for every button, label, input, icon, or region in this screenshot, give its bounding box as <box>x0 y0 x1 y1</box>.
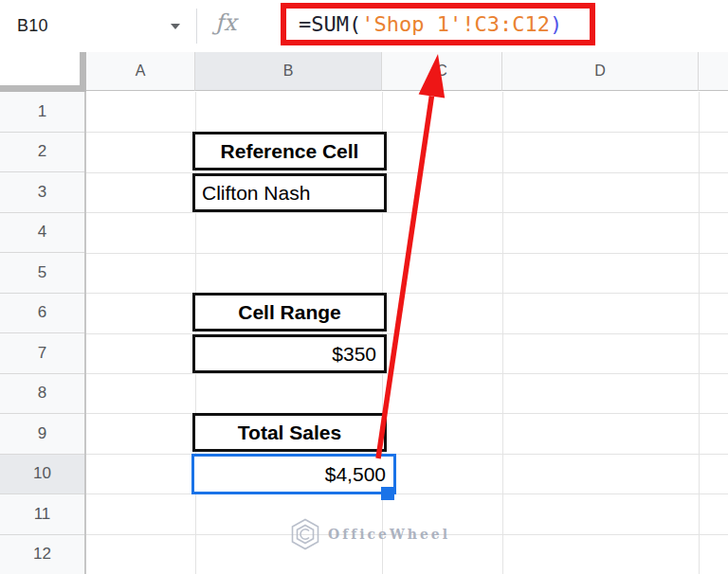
formula-function: =SUM( <box>299 12 361 36</box>
row-header-label: 12 <box>33 545 51 564</box>
row-header-label: 1 <box>38 102 46 121</box>
row-header-2[interactable]: 2 <box>0 133 84 173</box>
gridline <box>86 373 728 374</box>
gridline <box>86 454 728 455</box>
formula-toolbar: B10 ƒx =SUM('Shop 1'!C3:C12) <box>0 0 728 53</box>
fx-icon: ƒx <box>215 9 236 36</box>
cell-b3-reference-cell-value[interactable]: Clifton Nash <box>192 173 387 212</box>
cell-b10-selected[interactable]: $4,500 <box>191 454 396 494</box>
gridline <box>86 132 728 133</box>
row-header-4[interactable]: 4 <box>0 213 84 254</box>
row-header-label: 9 <box>38 424 46 443</box>
formula-close-paren: ) <box>550 12 562 36</box>
cell-value: $350 <box>332 343 376 366</box>
watermark: OfficeWheel <box>290 518 450 550</box>
watermark-text: OfficeWheel <box>328 527 450 542</box>
formula-range-reference: 'Shop 1'!C3:C12 <box>361 12 550 36</box>
cell-b9-total-sales-header[interactable]: Total Sales <box>192 413 387 452</box>
cell-b7-cell-range-value[interactable]: $350 <box>192 334 387 373</box>
row-header-12[interactable]: 12 <box>0 535 84 574</box>
column-header-c[interactable]: C <box>382 52 502 91</box>
gridline <box>86 333 728 334</box>
row-header-10[interactable]: 10 <box>0 455 84 495</box>
name-box-value: B10 <box>17 16 48 36</box>
officewheel-logo-icon <box>290 518 320 550</box>
row-header-1[interactable]: 1 <box>0 92 84 133</box>
row-header-label: 2 <box>38 142 46 161</box>
name-box[interactable]: B10 <box>0 0 195 51</box>
column-header-d[interactable]: D <box>502 52 699 91</box>
column-header-e-partial[interactable] <box>699 52 728 91</box>
row-header-label: 8 <box>38 384 46 403</box>
row-header-9[interactable]: 9 <box>0 414 84 455</box>
select-all-corner[interactable] <box>0 52 86 92</box>
cell-b2-reference-cell-header[interactable]: Reference Cell <box>192 132 387 170</box>
cell-value: Clifton Nash <box>202 182 310 205</box>
row-header-label: 7 <box>38 344 46 363</box>
chevron-down-icon[interactable] <box>171 24 180 29</box>
cell-value: $4,500 <box>325 463 386 486</box>
cell-value: Cell Range <box>238 301 341 324</box>
column-header-a[interactable]: A <box>86 52 195 91</box>
row-header-label: 3 <box>38 183 46 202</box>
column-header-label: B <box>283 63 294 80</box>
column-header-label: C <box>436 63 447 80</box>
formula-input[interactable]: =SUM('Shop 1'!C3:C12) <box>299 12 562 36</box>
gridline <box>86 413 728 414</box>
row-header-label: 11 <box>34 505 51 524</box>
gridline <box>86 493 728 494</box>
column-header-label: D <box>594 63 606 80</box>
toolbar-divider <box>196 9 197 44</box>
row-header-6[interactable]: 6 <box>0 294 84 334</box>
row-header-8[interactable]: 8 <box>0 374 84 415</box>
row-header-label: 5 <box>38 263 46 282</box>
row-header-label: 10 <box>33 464 51 483</box>
row-header-label: 4 <box>38 223 46 242</box>
row-header-label: 6 <box>38 303 46 322</box>
gridline <box>86 253 728 254</box>
row-header-5[interactable]: 5 <box>0 253 84 294</box>
row-header-column: 1 2 3 4 5 6 7 8 9 10 11 12 <box>0 92 86 574</box>
formula-bar-highlight-box: =SUM('Shop 1'!C3:C12) <box>281 3 595 45</box>
gridline <box>86 172 728 173</box>
column-header-b[interactable]: B <box>195 52 382 91</box>
row-header-11[interactable]: 11 <box>0 494 84 535</box>
gridline <box>86 293 728 294</box>
cell-value: Total Sales <box>238 422 341 444</box>
row-header-7[interactable]: 7 <box>0 333 84 374</box>
row-header-3[interactable]: 3 <box>0 172 84 213</box>
cell-b6-cell-range-header[interactable]: Cell Range <box>192 293 387 332</box>
gridline <box>86 212 728 213</box>
fill-handle[interactable] <box>381 487 394 500</box>
cell-value: Reference Cell <box>221 140 359 163</box>
column-header-label: A <box>136 63 146 80</box>
